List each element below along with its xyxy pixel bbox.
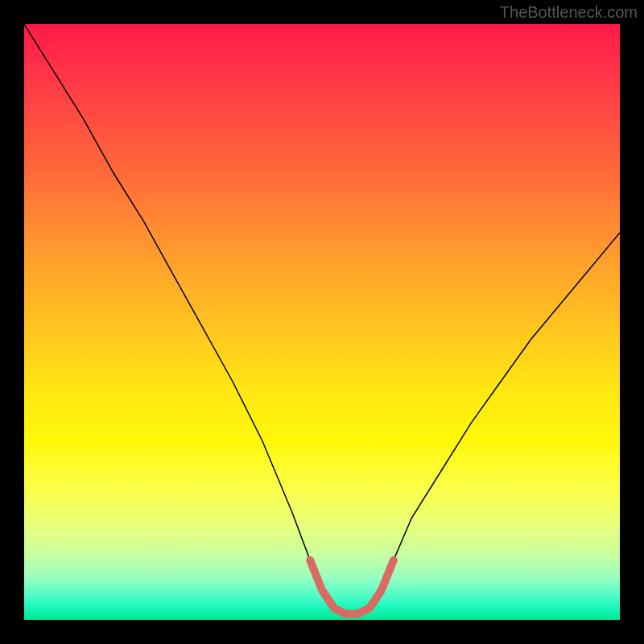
chart-curve-layer: [24, 24, 620, 620]
watermark-text: TheBottleneck.com: [500, 3, 638, 22]
chart-plot-area: [24, 24, 620, 620]
bottleneck-curve-line: [24, 24, 620, 614]
trough-highlight-segment: [310, 560, 394, 614]
